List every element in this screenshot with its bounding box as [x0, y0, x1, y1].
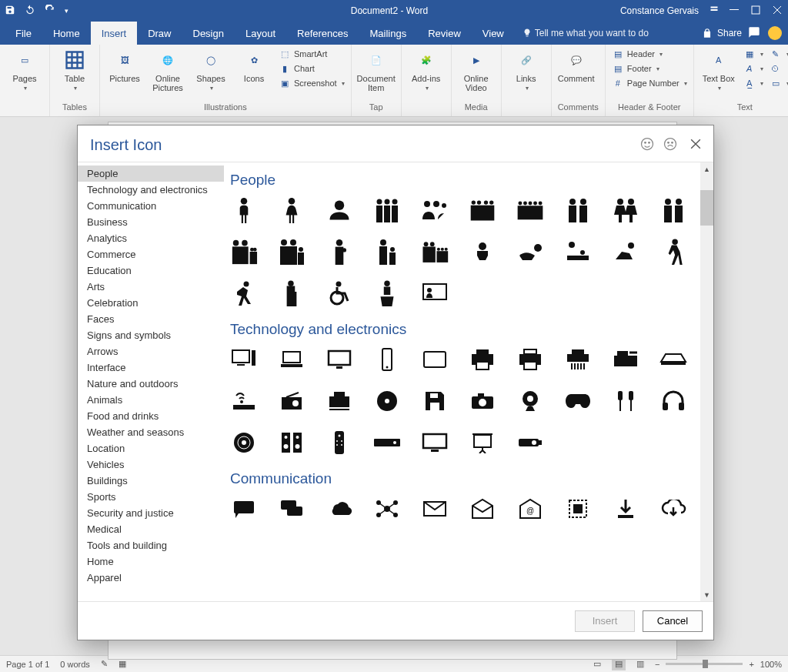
group-five-icon[interactable]: [516, 196, 544, 224]
chat-bubble-icon[interactable]: [230, 495, 258, 523]
family-two-kids-icon[interactable]: [230, 238, 258, 266]
online-pictures-button[interactable]: 🌐Online Pictures: [149, 48, 186, 92]
macro-icon[interactable]: ▦: [119, 659, 126, 669]
category-item[interactable]: Security and justice: [78, 505, 224, 521]
projector-screen-icon[interactable]: [469, 429, 496, 456]
zoom-level[interactable]: 100%: [760, 660, 782, 669]
date-time-button[interactable]: ⏲: [770, 62, 788, 75]
signature-line-button[interactable]: ✎: [770, 48, 788, 60]
gamepad-icon[interactable]: [564, 387, 592, 415]
online-video-button[interactable]: ▶Online Video: [458, 48, 495, 92]
wheelchair-icon[interactable]: [326, 279, 353, 307]
word-count[interactable]: 0 words: [60, 660, 90, 669]
wordart-button[interactable]: A: [743, 62, 763, 75]
screenshot-button[interactable]: ▣Screenshot: [279, 77, 345, 89]
page-indicator[interactable]: Page 1 of 1: [6, 660, 49, 669]
redo-icon[interactable]: [45, 5, 55, 18]
smartphone-icon[interactable]: [373, 346, 401, 373]
floppy-icon[interactable]: [421, 387, 449, 415]
radio-icon[interactable]: [278, 387, 306, 415]
category-item[interactable]: Tools and building: [78, 537, 224, 553]
category-list[interactable]: PeopleTechnology and electronicsCommunic…: [78, 162, 224, 601]
monitor-icon[interactable]: [326, 346, 353, 373]
pictures-button[interactable]: 🖼Pictures: [106, 48, 143, 83]
feedback-frown-icon[interactable]: [663, 136, 678, 154]
cd-icon[interactable]: [373, 387, 401, 415]
tab-mailings[interactable]: Mailings: [359, 22, 418, 45]
icons-button[interactable]: ✿Icons: [235, 48, 272, 83]
emoji-icon[interactable]: [768, 26, 782, 40]
zoom-in-icon[interactable]: +: [749, 660, 753, 669]
person-man-icon[interactable]: [230, 196, 258, 224]
projector-icon[interactable]: [516, 429, 544, 456]
fax-icon[interactable]: [326, 387, 353, 415]
vinyl-icon[interactable]: [230, 429, 258, 456]
category-item[interactable]: Commerce: [78, 246, 224, 262]
printer-alt-icon[interactable]: [516, 346, 544, 373]
network-icon[interactable]: [373, 495, 401, 523]
tab-review[interactable]: Review: [417, 22, 472, 45]
stamp-icon[interactable]: [564, 495, 592, 523]
save-icon[interactable]: [5, 5, 15, 18]
person-bust-icon[interactable]: [326, 196, 353, 224]
family-three-kids-icon[interactable]: [421, 238, 449, 266]
page-number-button[interactable]: #Page Number: [612, 77, 687, 89]
tell-me-search[interactable]: Tell me what you want to do: [523, 28, 649, 38]
category-item[interactable]: Communication: [78, 198, 224, 214]
pages-button[interactable]: ▭Pages: [6, 48, 43, 92]
scroll-up-icon[interactable]: ▲: [700, 162, 713, 176]
quick-parts-button[interactable]: ▦: [743, 48, 763, 60]
category-item[interactable]: Analytics: [78, 230, 224, 246]
family-one-kid-icon[interactable]: [278, 238, 306, 266]
envelope-open-icon[interactable]: [469, 495, 496, 523]
group-four-icon[interactable]: [469, 196, 496, 224]
share-button[interactable]: Share: [702, 28, 742, 38]
read-mode-icon[interactable]: ▭: [593, 659, 601, 669]
person-podium-icon[interactable]: [373, 279, 401, 307]
tab-design[interactable]: Design: [182, 22, 235, 45]
smartart-button[interactable]: ⬚SmartArt: [279, 48, 345, 60]
category-item[interactable]: Technology and electronics: [78, 182, 224, 198]
category-item[interactable]: Animals: [78, 392, 224, 408]
category-item[interactable]: Education: [78, 262, 224, 279]
baby-crawling-icon[interactable]: [516, 238, 544, 266]
close-icon[interactable]: [773, 5, 783, 16]
feedback-smile-icon[interactable]: [639, 136, 655, 154]
category-item[interactable]: Buildings: [78, 473, 224, 489]
category-item[interactable]: Signs and symbols: [78, 327, 224, 343]
camera-icon[interactable]: [469, 387, 496, 415]
shredder-icon[interactable]: [564, 346, 592, 373]
addins-button[interactable]: 🧩Add-ins: [408, 48, 445, 92]
web-layout-icon[interactable]: ▥: [636, 659, 644, 669]
undo-icon[interactable]: [25, 5, 35, 18]
laptop-icon[interactable]: [278, 346, 306, 373]
desktop-pc-icon[interactable]: [230, 346, 258, 373]
category-item[interactable]: People: [78, 165, 224, 182]
tablet-icon[interactable]: [421, 346, 449, 373]
teacher-board-icon[interactable]: [421, 279, 449, 307]
cloud-download-icon[interactable]: [659, 495, 687, 523]
thought-cloud-icon[interactable]: [326, 495, 353, 523]
category-item[interactable]: Arts: [78, 279, 224, 295]
drop-cap-button[interactable]: A̲: [743, 77, 763, 89]
spellcheck-icon[interactable]: ✎: [101, 659, 108, 669]
scanner-icon[interactable]: [659, 346, 687, 373]
category-item[interactable]: Vehicles: [78, 456, 224, 473]
category-item[interactable]: Location: [78, 440, 224, 456]
category-item[interactable]: Apparel: [78, 570, 224, 586]
envelope-at-icon[interactable]: @: [516, 495, 544, 523]
tab-view[interactable]: View: [472, 22, 515, 45]
tab-file[interactable]: File: [5, 22, 42, 45]
parent-holding-baby-icon[interactable]: [326, 238, 353, 266]
category-item[interactable]: Nature and outdoors: [78, 376, 224, 392]
category-item[interactable]: Food and drinks: [78, 408, 224, 424]
category-item[interactable]: Business: [78, 214, 224, 230]
category-item[interactable]: Weather and seasons: [78, 424, 224, 440]
download-icon[interactable]: [612, 495, 639, 523]
links-button[interactable]: 🔗Links: [508, 48, 545, 92]
chat-bubbles-icon[interactable]: [278, 495, 306, 523]
object-button[interactable]: ▭: [770, 77, 788, 89]
tab-home[interactable]: Home: [42, 22, 91, 45]
document-item-button[interactable]: 📄Document Item: [358, 48, 395, 92]
footer-button[interactable]: ▤Footer: [612, 62, 687, 75]
